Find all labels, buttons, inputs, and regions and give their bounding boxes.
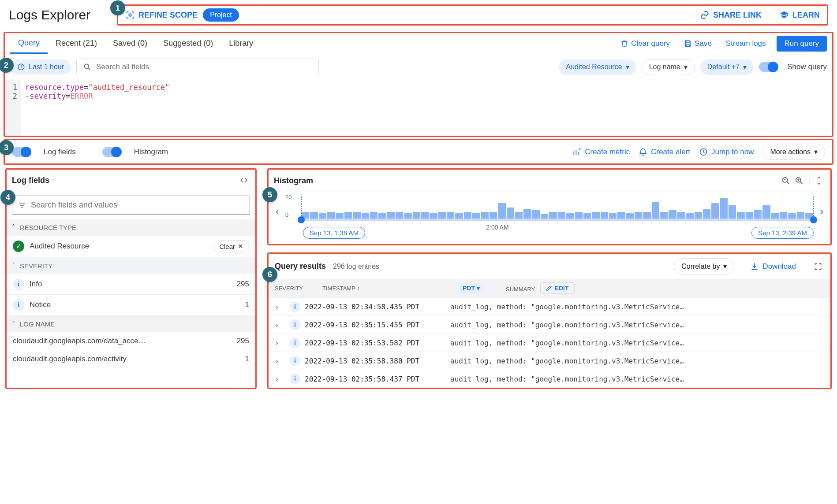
histogram-bar[interactable] (737, 212, 744, 219)
save-button[interactable]: Save (684, 39, 712, 48)
histogram-bar[interactable] (652, 202, 659, 219)
histogram-bar[interactable] (310, 212, 318, 219)
tab-library[interactable]: Library (221, 33, 261, 54)
histogram-bar[interactable] (583, 213, 591, 219)
log-row[interactable]: › i 2022-09-13 02:35:15.455 PDT audit_lo… (269, 315, 830, 334)
histogram-bar[interactable] (319, 213, 326, 219)
histogram-bar[interactable] (498, 203, 505, 219)
histogram-bar[interactable] (566, 213, 574, 219)
log-row[interactable]: › i 2022-09-13 02:34:58.435 PDT audit_lo… (269, 297, 830, 315)
histogram-bar[interactable] (575, 212, 583, 219)
expand-row-button[interactable]: › (275, 375, 290, 383)
histogram-next-button[interactable]: › (817, 203, 826, 220)
edit-summary-button[interactable]: EDIT (540, 282, 575, 294)
histogram-bar[interactable] (362, 213, 369, 219)
time-end-chip[interactable]: Sep 13, 2:39 AM (751, 227, 814, 239)
histogram-bar[interactable] (720, 198, 728, 219)
histogram-bar[interactable] (771, 213, 779, 219)
histogram-toggle[interactable] (102, 147, 121, 157)
collapse-panel-button[interactable] (238, 174, 250, 186)
histogram-bar[interactable] (601, 212, 608, 219)
histogram-bar[interactable] (703, 209, 710, 219)
histogram-bar[interactable] (617, 212, 625, 219)
severity-row-notice[interactable]: i Notice 1 (7, 295, 255, 315)
histogram-bar[interactable] (788, 213, 796, 219)
histogram-bar[interactable] (447, 212, 454, 219)
create-alert-button[interactable]: Create alert (639, 148, 690, 156)
histogram-bar[interactable] (797, 212, 804, 219)
correlate-dropdown[interactable]: Correlate by ▾ (674, 258, 734, 274)
histogram-bar[interactable] (464, 212, 471, 219)
histogram-bar[interactable] (609, 213, 617, 219)
severity-filter-dropdown[interactable]: Default +7 ▾ (700, 59, 754, 75)
col-summary[interactable]: SUMMARY EDIT (506, 282, 824, 294)
run-query-button[interactable]: Run query (777, 36, 827, 52)
histogram-bar[interactable] (515, 212, 523, 219)
clear-query-button[interactable]: Clear query (620, 39, 670, 48)
log-row[interactable]: › i 2022-09-13 02:35:58.437 PDT audit_lo… (269, 370, 830, 388)
histogram-bar[interactable] (344, 212, 352, 219)
expand-row-button[interactable]: › (275, 357, 290, 365)
tab-recent[interactable]: Recent (21) (48, 33, 105, 54)
project-chip[interactable]: Project (203, 8, 239, 22)
histogram-bar[interactable] (643, 212, 650, 219)
histogram-bar[interactable] (711, 203, 719, 219)
histogram-bar[interactable] (507, 208, 514, 219)
time-range-selector[interactable]: Last 1 hour (10, 59, 71, 74)
more-actions-dropdown[interactable]: More actions ▾ (762, 144, 825, 160)
histogram-bar[interactable] (404, 213, 411, 219)
histogram-bar[interactable] (660, 212, 668, 219)
histogram-bar[interactable] (438, 212, 446, 219)
histogram-bar[interactable] (396, 212, 403, 219)
resource-type-group[interactable]: ˄ RESOURCE TYPE (7, 219, 255, 236)
time-slider-track[interactable] (301, 219, 814, 221)
resource-type-value-row[interactable]: ✓ Audited Resource Clear ✕ (7, 236, 255, 257)
clear-resource-chip[interactable]: Clear ✕ (213, 240, 249, 252)
show-query-toggle[interactable] (759, 62, 777, 72)
histogram-bar[interactable] (387, 212, 395, 219)
refine-scope-button[interactable]: REFINE SCOPE (125, 10, 198, 20)
histogram-bar[interactable] (635, 212, 642, 219)
jump-to-now-button[interactable]: Jump to now (699, 148, 754, 156)
expand-row-button[interactable]: › (275, 339, 290, 347)
learn-button[interactable]: LEARN (779, 10, 820, 20)
resource-filter-dropdown[interactable]: Audited Resource ▾ (559, 59, 636, 75)
zoom-out-button[interactable] (779, 174, 792, 187)
stream-logs-button[interactable]: Stream logs (726, 39, 766, 48)
histogram-bar[interactable] (336, 213, 343, 219)
logname-row[interactable]: cloudaudit.googleapis.com/activity 1 (7, 350, 255, 368)
histogram-bar[interactable] (430, 213, 437, 219)
histogram-bar[interactable] (413, 212, 420, 219)
histogram-bar[interactable] (353, 212, 360, 219)
time-slider-start-handle[interactable] (298, 216, 305, 223)
query-editor[interactable]: 12 resource.type="audited_resource" -sev… (5, 80, 832, 136)
timezone-dropdown[interactable]: PDT ▾ (458, 283, 484, 293)
histogram-bar[interactable] (729, 205, 736, 219)
histogram-bar[interactable] (455, 213, 463, 219)
create-metric-button[interactable]: Create metric (572, 148, 630, 156)
histogram-bar[interactable] (754, 210, 762, 219)
histogram-bar[interactable] (523, 209, 531, 219)
time-start-chip[interactable]: Sep 13, 1:38 AM (303, 227, 365, 239)
histogram-bar[interactable] (489, 212, 497, 219)
histogram-bar[interactable] (669, 210, 676, 219)
severity-row-info[interactable]: i Info 295 (7, 274, 255, 295)
histogram-bar[interactable] (327, 212, 335, 219)
histogram-bar[interactable] (481, 212, 489, 219)
tab-saved[interactable]: Saved (0) (105, 33, 155, 54)
histogram-prev-button[interactable]: ‹ (273, 203, 282, 220)
logname-row[interactable]: cloudaudit.googleapis.com/data_acce… 295 (7, 332, 255, 350)
tab-suggested[interactable]: Suggested (0) (155, 33, 221, 54)
time-slider-end-handle[interactable] (810, 216, 817, 223)
share-link-button[interactable]: SHARE LINK (700, 10, 762, 20)
log-row[interactable]: › i 2022-09-13 02:35:58.380 PDT audit_lo… (269, 352, 830, 370)
search-fields-input-wrapper[interactable] (76, 59, 319, 75)
expand-row-button[interactable]: › (275, 321, 290, 329)
histogram-bar[interactable] (780, 212, 787, 219)
histogram-bar[interactable] (472, 213, 480, 219)
histogram-bar[interactable] (532, 210, 540, 219)
histogram-bar[interactable] (378, 213, 386, 219)
log-fields-toggle[interactable] (12, 147, 30, 157)
histogram-bar[interactable] (541, 214, 548, 219)
col-timestamp[interactable]: TIMESTAMP ↑ (322, 285, 455, 292)
